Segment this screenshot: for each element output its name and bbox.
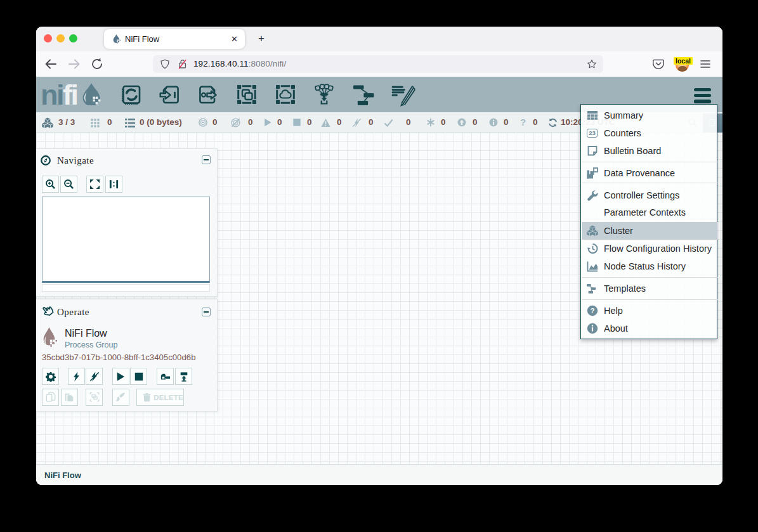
- svg-text:?: ?: [590, 307, 594, 315]
